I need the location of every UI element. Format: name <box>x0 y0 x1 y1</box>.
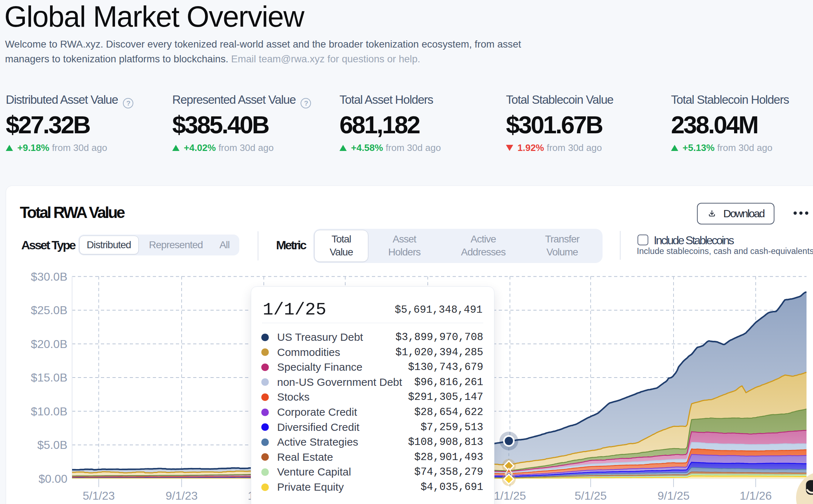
svg-text:9/1/25: 9/1/25 <box>658 489 690 502</box>
svg-text:5/1/23: 5/1/23 <box>83 489 115 502</box>
svg-text:5/1/25: 5/1/25 <box>575 489 607 502</box>
svg-text:$15.0B: $15.0B <box>31 371 67 384</box>
svg-text:9/1/23: 9/1/23 <box>166 489 198 502</box>
svg-text:$10.0B: $10.0B <box>31 405 67 418</box>
svg-text:$5.0B: $5.0B <box>37 438 67 451</box>
svg-text:$20.0B: $20.0B <box>31 338 67 351</box>
svg-text:$0.00: $0.00 <box>39 472 67 485</box>
svg-text:$25.0B: $25.0B <box>31 304 67 317</box>
svg-text:$30.0B: $30.0B <box>31 270 67 283</box>
svg-text:1/1/25: 1/1/25 <box>494 489 526 502</box>
svg-text:1/1/26: 1/1/26 <box>740 489 772 502</box>
